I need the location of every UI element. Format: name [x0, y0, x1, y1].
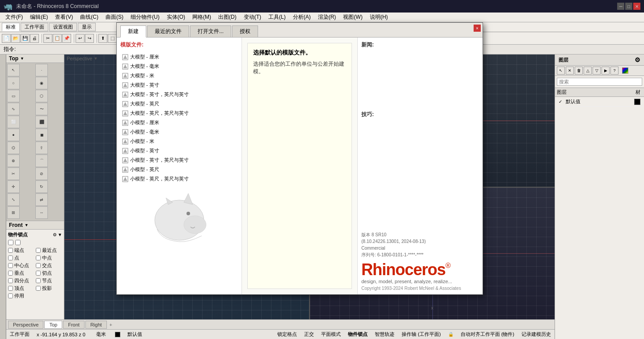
- osnap-filter[interactable]: ▼: [58, 232, 62, 237]
- fillet-tool[interactable]: ⌒: [35, 155, 48, 167]
- minimize-button[interactable]: ─: [617, 3, 624, 10]
- osnap-tangent[interactable]: 切点: [36, 270, 63, 276]
- sphere-tool[interactable]: ●: [7, 129, 20, 141]
- smart-track[interactable]: 智慧轨迹: [375, 331, 394, 338]
- freeform-tool[interactable]: 〜: [35, 103, 48, 115]
- layers-settings-icon[interactable]: ⚙: [635, 56, 640, 63]
- vp-tab-add[interactable]: +: [108, 321, 114, 328]
- menu-help[interactable]: 说明(H): [366, 13, 392, 22]
- select-button[interactable]: ⬆: [98, 34, 107, 43]
- snap-label[interactable]: 锁定格点: [277, 331, 297, 338]
- template-large-feet-inch[interactable]: 大模型 - 英尺，英尺与英寸: [120, 109, 238, 118]
- save-button[interactable]: 💾: [21, 34, 30, 43]
- menu-solid[interactable]: 实体(O): [163, 13, 189, 22]
- tab-workplane[interactable]: 工作平面: [21, 23, 48, 31]
- point-tool[interactable]: ·: [35, 64, 48, 76]
- osnap-intersection[interactable]: 交点: [36, 262, 63, 269]
- select-tool[interactable]: ↖: [7, 64, 20, 76]
- menu-subd[interactable]: 细分物件(U): [127, 13, 163, 22]
- tab-setview[interactable]: 设置视图: [49, 23, 77, 31]
- tab-standard[interactable]: 标准: [2, 23, 20, 31]
- polygon-tool[interactable]: ⬡: [35, 90, 48, 102]
- osnap-vertex[interactable]: 顶点: [8, 285, 35, 292]
- osnap-status[interactable]: 物件锁点: [348, 331, 368, 338]
- layers-tb-help[interactable]: ?: [610, 67, 619, 75]
- boolean-tool[interactable]: ⊕: [7, 155, 20, 167]
- split-tool[interactable]: ⊘: [35, 167, 48, 180]
- ortho-label[interactable]: 正交: [304, 331, 314, 338]
- template-large-mm[interactable]: 大模型 - 毫米: [120, 62, 238, 71]
- template-small-inch[interactable]: 小模型 - 英寸: [120, 146, 238, 155]
- osnap-project[interactable]: 投影: [36, 285, 63, 292]
- dim-tool[interactable]: ↔: [35, 206, 48, 219]
- menu-tools[interactable]: 工具(L): [265, 13, 289, 22]
- curve-tool[interactable]: ∿: [7, 103, 20, 115]
- menu-analyze[interactable]: 分析(A): [289, 13, 314, 22]
- array-tool[interactable]: ⊞: [7, 206, 20, 219]
- template-large-m[interactable]: 大模型 - 米: [120, 71, 238, 80]
- mirror-tool[interactable]: ⇌: [35, 193, 48, 206]
- maximize-button[interactable]: □: [625, 3, 632, 10]
- vp-tab-perspective[interactable]: Perspective: [8, 321, 43, 329]
- scale-tool[interactable]: ⤡: [7, 193, 20, 206]
- circle-tool[interactable]: ○: [7, 77, 20, 89]
- vp-tab-top[interactable]: Top: [44, 321, 62, 329]
- layers-tb-new[interactable]: ✕: [566, 67, 574, 75]
- paste-button[interactable]: 📌: [62, 34, 71, 43]
- undo-button[interactable]: ↩: [76, 34, 85, 43]
- menu-transform[interactable]: 变动(T): [240, 13, 265, 22]
- osnap-midpoint[interactable]: 中点: [36, 255, 63, 261]
- osnap-point[interactable]: 点: [8, 255, 35, 261]
- template-large-inch-feet[interactable]: 大模型 - 英寸，英尺与英寸: [120, 90, 238, 99]
- menu-surface[interactable]: 曲面(S): [102, 13, 127, 22]
- op-axis[interactable]: 操作轴 (工作平面): [402, 331, 441, 338]
- osnap-disable[interactable]: 停用: [8, 293, 35, 299]
- select2-button[interactable]: ⬚: [108, 34, 117, 43]
- new-button[interactable]: 📄: [2, 34, 11, 43]
- plane-mode-label[interactable]: 平面模式: [321, 331, 341, 338]
- menu-edit[interactable]: 编辑(E): [26, 13, 51, 22]
- template-small-feet[interactable]: 小模型 - 英尺: [120, 165, 238, 174]
- cylinder-tool[interactable]: ⌬: [7, 142, 20, 154]
- layers-search-input[interactable]: [557, 78, 642, 86]
- osnap-quadrant[interactable]: 四分点: [8, 277, 35, 284]
- copy-button[interactable]: 📋: [53, 34, 62, 43]
- dialog-tab-new[interactable]: 新建: [120, 25, 146, 38]
- record-history[interactable]: 记录建模历史: [521, 331, 551, 338]
- template-large-cm[interactable]: 大模型 - 厘米: [120, 52, 238, 62]
- layers-tb-filter[interactable]: ▶: [602, 67, 610, 75]
- menu-file[interactable]: 文件(F): [2, 13, 26, 22]
- dialog-close-button[interactable]: ×: [474, 25, 481, 32]
- menu-mesh[interactable]: 网格(M): [189, 13, 215, 22]
- color-wheel[interactable]: [622, 67, 628, 74]
- extrude-tool[interactable]: ⇧: [35, 142, 48, 154]
- menu-render[interactable]: 渲染(R): [314, 13, 340, 22]
- menu-window[interactable]: 视图(W): [339, 13, 366, 22]
- osnap-nearest[interactable]: 最近点: [36, 247, 63, 254]
- auto-align[interactable]: 自动对齐工作平面 (物件): [461, 331, 514, 338]
- layers-tb-select[interactable]: ↖: [557, 67, 565, 75]
- osnap-perp[interactable]: 垂点: [8, 270, 35, 276]
- move-tool[interactable]: ✛: [7, 180, 20, 193]
- layers-tb-down[interactable]: ▽: [593, 67, 601, 75]
- tab-display[interactable]: 显示: [78, 23, 96, 31]
- box-tool[interactable]: ◼: [35, 129, 48, 141]
- osnap-center[interactable]: 中心点: [8, 262, 35, 269]
- vp-tab-right[interactable]: Right: [85, 321, 107, 329]
- workspace-label[interactable]: 工作平面: [10, 331, 30, 338]
- surface-tool[interactable]: ⬜: [7, 116, 20, 128]
- template-small-m[interactable]: 小模型 - 米: [120, 137, 238, 146]
- rect-tool[interactable]: ▭: [7, 90, 20, 102]
- layers-tb-up[interactable]: △: [584, 67, 592, 75]
- template-small-mm[interactable]: 小模型 - 毫米: [120, 127, 238, 137]
- osnap-filter-cb[interactable]: [15, 240, 21, 245]
- layer-row-default[interactable]: ✓ 默认值: [555, 97, 644, 107]
- dialog-tab-recent[interactable]: 最近的文件: [147, 25, 189, 37]
- template-small-feet-inch[interactable]: 小模型 - 英尺，英尺与英寸: [120, 174, 238, 184]
- trim-tool[interactable]: ✂: [7, 167, 20, 180]
- open-button[interactable]: 📂: [11, 34, 20, 43]
- close-button[interactable]: ✕: [633, 3, 640, 10]
- cut-button[interactable]: ✂: [43, 34, 52, 43]
- menu-layout[interactable]: 出图(D): [215, 13, 240, 22]
- rotate-tool[interactable]: ↻: [35, 180, 48, 193]
